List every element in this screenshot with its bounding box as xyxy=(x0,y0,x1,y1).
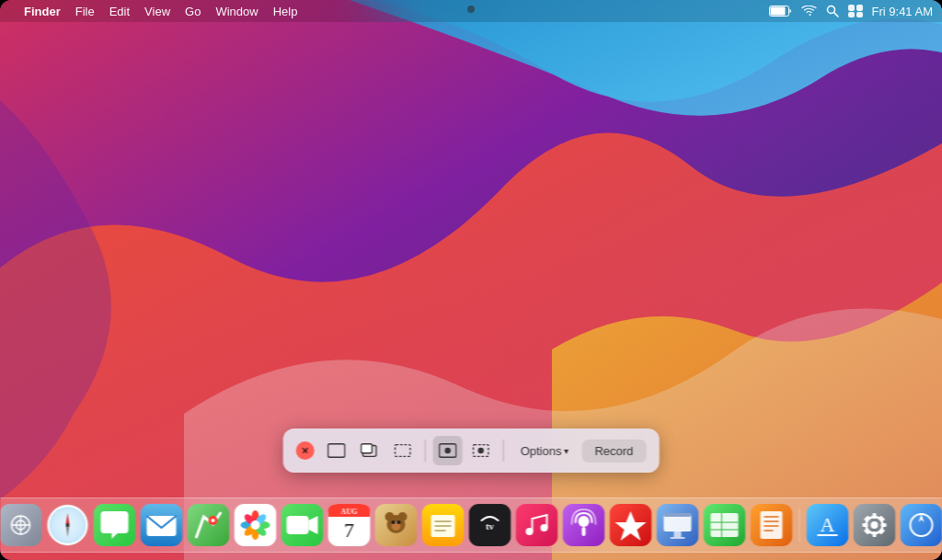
dock-separator xyxy=(799,509,800,542)
dock-item-safari[interactable] xyxy=(47,504,89,546)
svg-point-14 xyxy=(444,448,450,453)
record-selection-button[interactable] xyxy=(466,436,496,465)
toolbar-divider-2 xyxy=(503,440,504,462)
options-chevron: ▾ xyxy=(564,446,569,456)
menubar-left: Finder File Edit View Go Window Help xyxy=(9,5,297,18)
capture-fullscreen-button[interactable] xyxy=(322,436,351,465)
svg-rect-12 xyxy=(395,445,409,457)
svg-point-101 xyxy=(871,521,879,529)
toolbar-divider-1 xyxy=(425,440,426,462)
svg-rect-2 xyxy=(770,7,785,16)
svg-rect-8 xyxy=(856,12,863,17)
svg-point-40 xyxy=(212,519,215,522)
svg-text:tv: tv xyxy=(486,520,495,531)
dock-item-podcasts[interactable] xyxy=(563,504,605,546)
svg-rect-78 xyxy=(582,527,586,536)
svg-point-50 xyxy=(251,520,260,530)
options-label: Options xyxy=(521,444,562,458)
options-button[interactable]: Options ▾ xyxy=(511,440,579,463)
svg-point-34 xyxy=(66,523,70,527)
svg-rect-7 xyxy=(848,12,855,17)
dock: AUG 7 xyxy=(0,497,942,553)
svg-rect-91 xyxy=(761,511,783,539)
svg-rect-83 xyxy=(674,531,682,537)
svg-rect-38 xyxy=(188,504,230,546)
svg-rect-110 xyxy=(901,504,943,546)
dock-item-system-preferences[interactable] xyxy=(854,504,896,546)
dock-item-numbers[interactable] xyxy=(704,504,746,546)
dock-item-bear[interactable] xyxy=(375,504,418,546)
dock-item-appstore[interactable]: A xyxy=(807,504,849,546)
edit-menu[interactable]: Edit xyxy=(109,5,130,18)
svg-point-61 xyxy=(385,512,395,521)
dock-item-keynote[interactable] xyxy=(657,504,699,546)
capture-selection-button[interactable] xyxy=(388,436,418,465)
svg-rect-9 xyxy=(328,444,345,458)
menubar: Finder File Edit View Go Window Help xyxy=(0,0,942,22)
dock-item-photos[interactable] xyxy=(235,504,277,546)
clock: Fri 9:41 AM xyxy=(872,5,933,18)
window-menu[interactable]: Window xyxy=(215,5,258,18)
dock-item-music[interactable] xyxy=(516,504,558,546)
dock-item-launchpad[interactable] xyxy=(0,504,42,546)
menubar-right: Fri 9:41 AM xyxy=(769,5,933,18)
svg-point-75 xyxy=(541,524,548,531)
svg-rect-84 xyxy=(671,537,685,539)
dock-item-news[interactable] xyxy=(610,504,652,546)
battery-icon xyxy=(769,6,792,17)
record-screen-button[interactable] xyxy=(433,436,463,465)
svg-rect-86 xyxy=(711,513,739,537)
record-button[interactable]: Record xyxy=(581,440,646,463)
toolbar-close-button[interactable] xyxy=(296,441,315,460)
svg-point-77 xyxy=(579,516,590,527)
dock-item-pages[interactable] xyxy=(751,504,793,546)
help-menu[interactable]: Help xyxy=(273,5,298,18)
svg-rect-52 xyxy=(287,516,309,534)
dock-item-maps[interactable] xyxy=(188,504,230,546)
go-menu[interactable]: Go xyxy=(185,5,201,18)
svg-rect-103 xyxy=(873,531,877,537)
svg-rect-82 xyxy=(664,513,692,517)
svg-text:AUG: AUG xyxy=(341,508,358,516)
svg-text:A: A xyxy=(821,513,835,536)
capture-window-button[interactable] xyxy=(355,436,385,465)
dock-item-notes[interactable] xyxy=(422,504,465,546)
control-center-icon[interactable] xyxy=(848,5,863,17)
svg-rect-104 xyxy=(863,523,868,527)
dock-item-facetime[interactable] xyxy=(281,504,324,546)
dock-item-calendar[interactable]: AUG 7 xyxy=(328,504,371,546)
file-menu[interactable]: File xyxy=(75,5,95,18)
svg-rect-11 xyxy=(362,444,373,453)
svg-point-74 xyxy=(526,528,534,535)
svg-rect-102 xyxy=(873,513,877,519)
wifi-icon xyxy=(801,6,817,17)
screenshot-toolbar: Options ▾ Record xyxy=(283,429,660,473)
svg-rect-73 xyxy=(516,504,558,546)
svg-point-62 xyxy=(398,512,408,521)
svg-rect-5 xyxy=(848,5,855,11)
svg-rect-6 xyxy=(856,5,863,11)
finder-menu[interactable]: Finder xyxy=(24,5,61,18)
svg-point-16 xyxy=(477,448,483,453)
svg-point-64 xyxy=(392,520,396,524)
svg-text:7: 7 xyxy=(344,519,354,542)
search-icon[interactable] xyxy=(826,5,839,17)
svg-line-4 xyxy=(833,13,838,17)
dock-item-mail[interactable] xyxy=(141,504,183,546)
dock-item-messages[interactable] xyxy=(94,504,136,546)
svg-point-65 xyxy=(397,520,401,524)
dock-item-arc[interactable] xyxy=(901,504,943,546)
dock-item-appletv[interactable]: tv xyxy=(469,504,511,546)
view-menu[interactable]: View xyxy=(144,5,170,18)
svg-rect-105 xyxy=(881,523,887,527)
